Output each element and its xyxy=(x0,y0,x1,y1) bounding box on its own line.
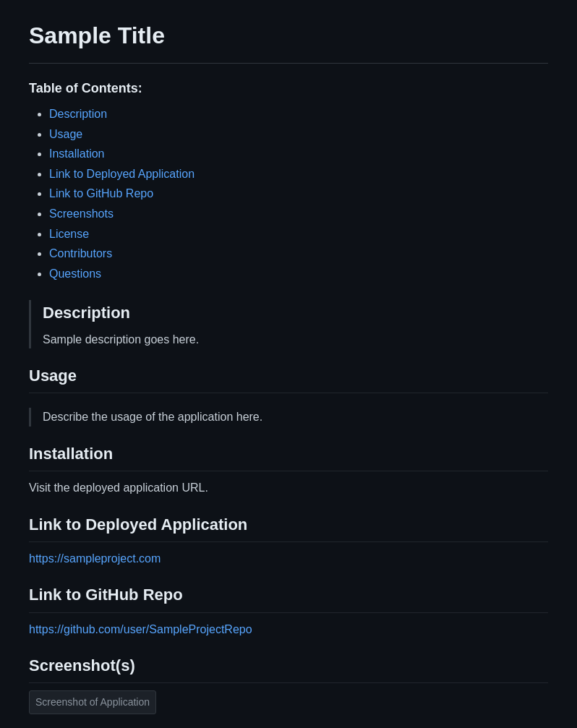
screenshot-placeholder: Screenshot of Application xyxy=(29,690,156,714)
toc-item: Usage xyxy=(49,125,548,144)
page-title: Sample Title xyxy=(29,17,548,64)
toc-item: Link to Deployed Application xyxy=(49,165,548,184)
description-heading: Description xyxy=(43,300,548,325)
toc-heading: Table of Contents: xyxy=(29,78,548,99)
toc-item: Questions xyxy=(49,265,548,283)
toc-link-description[interactable]: Description xyxy=(49,108,107,120)
usage-blockquote: Describe the usage of the application he… xyxy=(29,408,548,427)
toc-link-deployed[interactable]: Link to Deployed Application xyxy=(49,168,195,180)
toc-link-github[interactable]: Link to GitHub Repo xyxy=(49,187,153,200)
toc-link-screenshots[interactable]: Screenshots xyxy=(49,207,114,220)
toc-list: Description Usage Installation Link to D… xyxy=(29,105,548,283)
usage-section: Usage xyxy=(29,363,548,393)
toc-item: Link to GitHub Repo xyxy=(49,184,548,203)
toc-item: License xyxy=(49,225,548,244)
toc-item: Contributors xyxy=(49,244,548,263)
toc-link-usage[interactable]: Usage xyxy=(49,128,82,140)
toc-item: Screenshots xyxy=(49,205,548,223)
toc-link-license[interactable]: License xyxy=(49,228,89,240)
screenshots-heading: Screenshot(s) xyxy=(29,653,548,683)
screenshots-section: Screenshot(s) Screenshot of Application xyxy=(29,653,548,714)
toc-link-questions[interactable]: Questions xyxy=(49,267,101,280)
description-section: Description Sample description goes here… xyxy=(29,300,548,348)
toc-link-contributors[interactable]: Contributors xyxy=(49,247,112,260)
link-github-url[interactable]: https://github.com/user/SampleProjectRep… xyxy=(29,623,252,635)
usage-text: Describe the usage of the application he… xyxy=(43,408,548,427)
description-text: Sample description goes here. xyxy=(43,330,548,349)
toc-link-installation[interactable]: Installation xyxy=(49,147,105,160)
usage-heading: Usage xyxy=(29,363,548,393)
link-deployed-heading: Link to Deployed Application xyxy=(29,512,548,542)
installation-section: Installation Visit the deployed applicat… xyxy=(29,441,548,497)
installation-heading: Installation xyxy=(29,441,548,471)
toc-item: Description xyxy=(49,105,548,124)
link-deployed-url[interactable]: https://sampleproject.com xyxy=(29,552,161,565)
toc-item: Installation xyxy=(49,145,548,163)
link-github-heading: Link to GitHub Repo xyxy=(29,582,548,612)
table-of-contents: Table of Contents: Description Usage Ins… xyxy=(29,78,548,283)
link-deployed-section: Link to Deployed Application https://sam… xyxy=(29,512,548,568)
installation-text: Visit the deployed application URL. xyxy=(29,479,548,497)
link-github-section: Link to GitHub Repo https://github.com/u… xyxy=(29,582,548,638)
